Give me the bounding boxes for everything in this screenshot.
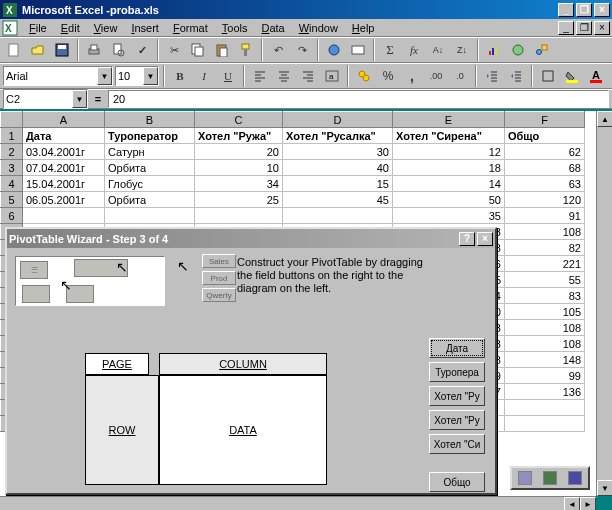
- pivot-data-area[interactable]: DATA: [159, 375, 327, 485]
- col-header[interactable]: F: [505, 112, 585, 128]
- wizard-close-button[interactable]: ×: [477, 232, 493, 246]
- undo-button[interactable]: ↶: [267, 39, 289, 61]
- cell[interactable]: 25: [195, 192, 283, 208]
- cell[interactable]: 120: [505, 192, 585, 208]
- row-header[interactable]: 5: [1, 192, 23, 208]
- cell[interactable]: Туроператор: [105, 128, 195, 144]
- percent-button[interactable]: %: [377, 65, 399, 87]
- table-row[interactable]: 307.04.2001гОрбита10401868: [1, 160, 585, 176]
- pivot-row-area[interactable]: ROW: [85, 375, 159, 485]
- save-button[interactable]: [51, 39, 73, 61]
- cell[interactable]: Дата: [23, 128, 105, 144]
- cell[interactable]: 99: [505, 368, 585, 384]
- scroll-right-button[interactable]: ►: [580, 497, 596, 510]
- bold-button[interactable]: B: [169, 65, 191, 87]
- menu-data[interactable]: Data: [254, 21, 291, 35]
- name-box[interactable]: C2 ▼: [3, 89, 88, 109]
- cell[interactable]: [195, 208, 283, 224]
- pivot-field-button-total[interactable]: Общо: [429, 472, 485, 492]
- menu-format[interactable]: Format: [166, 21, 215, 35]
- cell[interactable]: [105, 208, 195, 224]
- cell[interactable]: 18: [393, 160, 505, 176]
- cell[interactable]: 82: [505, 240, 585, 256]
- cell[interactable]: 12: [393, 144, 505, 160]
- cell[interactable]: Сатурн: [105, 144, 195, 160]
- col-header[interactable]: B: [105, 112, 195, 128]
- comma-button[interactable]: ,: [401, 65, 423, 87]
- minimize-button[interactable]: _: [558, 3, 574, 17]
- wizard-titlebar[interactable]: PivotTable Wizard - Step 3 of 4 ? ×: [7, 229, 495, 248]
- menu-file[interactable]: File: [22, 21, 54, 35]
- cell[interactable]: Общо: [505, 128, 585, 144]
- align-left-button[interactable]: [249, 65, 271, 87]
- web-toolbar-button[interactable]: [347, 39, 369, 61]
- horizontal-scrollbar[interactable]: ◄ ►: [0, 496, 596, 510]
- menu-tools[interactable]: Tools: [215, 21, 255, 35]
- drawing-button[interactable]: [531, 39, 553, 61]
- cell[interactable]: 55: [505, 272, 585, 288]
- col-header[interactable]: A: [23, 112, 105, 128]
- cell[interactable]: 20: [195, 144, 283, 160]
- new-button[interactable]: [3, 39, 25, 61]
- function-button[interactable]: fx: [403, 39, 425, 61]
- col-header[interactable]: E: [393, 112, 505, 128]
- align-center-button[interactable]: [273, 65, 295, 87]
- wizard-help-button[interactable]: ?: [459, 232, 475, 246]
- autosum-button[interactable]: Σ: [379, 39, 401, 61]
- equals-button[interactable]: =: [90, 91, 106, 107]
- menu-view[interactable]: View: [87, 21, 125, 35]
- cell[interactable]: [505, 400, 585, 416]
- child-restore-button[interactable]: ❐: [576, 21, 592, 35]
- table-row[interactable]: 203.04.2001гСатурн20301262: [1, 144, 585, 160]
- underline-button[interactable]: U: [217, 65, 239, 87]
- pivot-field-button[interactable]: Туропера: [429, 362, 485, 382]
- pivot-field-button[interactable]: Дата: [429, 338, 485, 358]
- print-preview-button[interactable]: [107, 39, 129, 61]
- pivot-field-button[interactable]: Хотел "Ру: [429, 410, 485, 430]
- child-close-button[interactable]: ×: [594, 21, 610, 35]
- print-button[interactable]: [83, 39, 105, 61]
- cell[interactable]: Орбита: [105, 160, 195, 176]
- wizard-mini-button[interactable]: Qwerty: [202, 288, 236, 302]
- color-palette-tool[interactable]: [510, 466, 590, 490]
- cell[interactable]: Хотел "Русалка": [283, 128, 393, 144]
- pivot-column-area[interactable]: COLUMN: [159, 353, 327, 375]
- dropdown-icon[interactable]: ▼: [72, 90, 87, 108]
- paste-button[interactable]: [211, 39, 233, 61]
- close-button[interactable]: ×: [594, 3, 610, 17]
- menu-window[interactable]: Window: [292, 21, 345, 35]
- hyperlink-button[interactable]: [323, 39, 345, 61]
- child-minimize-button[interactable]: _: [558, 21, 574, 35]
- chart-wizard-button[interactable]: [483, 39, 505, 61]
- font-size-combo[interactable]: 10 ▼: [115, 66, 159, 86]
- cell[interactable]: 45: [283, 192, 393, 208]
- cell[interactable]: 108: [505, 320, 585, 336]
- color-swatch-icon[interactable]: [518, 471, 532, 485]
- sort-asc-button[interactable]: A↓: [427, 39, 449, 61]
- dropdown-icon[interactable]: ▼: [97, 67, 112, 85]
- fill-color-button[interactable]: [561, 65, 583, 87]
- row-header[interactable]: 4: [1, 176, 23, 192]
- row-header[interactable]: 1: [1, 128, 23, 144]
- redo-button[interactable]: ↷: [291, 39, 313, 61]
- cell[interactable]: 221: [505, 256, 585, 272]
- cell[interactable]: 148: [505, 352, 585, 368]
- pivot-layout-diagram[interactable]: PAGE COLUMN ROW DATA: [67, 353, 327, 488]
- decrease-indent-button[interactable]: [481, 65, 503, 87]
- cell[interactable]: 68: [505, 160, 585, 176]
- row-header[interactable]: 2: [1, 144, 23, 160]
- copy-button[interactable]: [187, 39, 209, 61]
- align-right-button[interactable]: [297, 65, 319, 87]
- cell[interactable]: 34: [195, 176, 283, 192]
- sort-desc-button[interactable]: Z↓: [451, 39, 473, 61]
- cell[interactable]: 108: [505, 336, 585, 352]
- row-header[interactable]: 6: [1, 208, 23, 224]
- borders-button[interactable]: [537, 65, 559, 87]
- cell[interactable]: 40: [283, 160, 393, 176]
- select-all-corner[interactable]: [1, 112, 23, 128]
- scroll-left-button[interactable]: ◄: [564, 497, 580, 510]
- vertical-scrollbar[interactable]: ▲ ▼: [596, 111, 612, 496]
- table-row[interactable]: 506.05.2001гОрбита254550120: [1, 192, 585, 208]
- menu-edit[interactable]: Edit: [54, 21, 87, 35]
- cell[interactable]: 30: [283, 144, 393, 160]
